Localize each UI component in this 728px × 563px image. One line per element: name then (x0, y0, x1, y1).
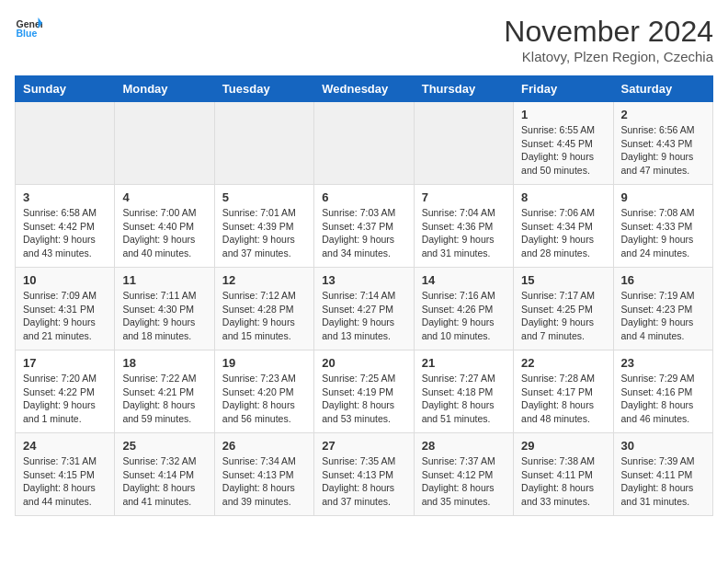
day-number: 2 (621, 108, 705, 121)
day-header-sunday: Sunday (16, 76, 115, 102)
day-info: Sunrise: 7:25 AM Sunset: 4:19 PM Dayligh… (322, 372, 405, 426)
calendar-cell: 6Sunrise: 7:03 AM Sunset: 4:37 PM Daylig… (314, 185, 414, 268)
day-info: Sunrise: 7:32 AM Sunset: 4:14 PM Dayligh… (122, 454, 206, 509)
calendar-cell: 15Sunrise: 7:17 AM Sunset: 4:25 PM Dayli… (514, 268, 613, 350)
day-info: Sunrise: 7:09 AM Sunset: 4:31 PM Dayligh… (23, 289, 107, 343)
day-number: 25 (122, 439, 206, 453)
day-info: Sunrise: 6:56 AM Sunset: 4:43 PM Dayligh… (621, 123, 705, 178)
day-number: 5 (222, 190, 306, 204)
day-number: 23 (621, 356, 705, 370)
calendar-cell (414, 102, 513, 185)
day-info: Sunrise: 6:58 AM Sunset: 4:42 PM Dayligh… (23, 206, 107, 260)
day-info: Sunrise: 7:20 AM Sunset: 4:22 PM Dayligh… (23, 372, 107, 426)
calendar-cell: 29Sunrise: 7:38 AM Sunset: 4:11 PM Dayli… (514, 433, 613, 516)
day-number: 15 (521, 273, 605, 287)
calendar-cell: 11Sunrise: 7:11 AM Sunset: 4:30 PM Dayli… (115, 268, 214, 350)
calendar-cell: 5Sunrise: 7:01 AM Sunset: 4:39 PM Daylig… (214, 185, 313, 268)
calendar-cell: 22Sunrise: 7:28 AM Sunset: 4:17 PM Dayli… (514, 350, 613, 433)
day-number: 20 (322, 356, 405, 370)
day-number: 27 (322, 439, 405, 453)
logo-icon: General Blue (15, 15, 42, 42)
day-info: Sunrise: 7:16 AM Sunset: 4:26 PM Dayligh… (422, 289, 506, 343)
day-info: Sunrise: 7:04 AM Sunset: 4:36 PM Dayligh… (422, 206, 506, 260)
calendar-cell: 24Sunrise: 7:31 AM Sunset: 4:15 PM Dayli… (16, 433, 115, 516)
day-info: Sunrise: 7:00 AM Sunset: 4:40 PM Dayligh… (122, 206, 206, 260)
svg-text:Blue: Blue (17, 28, 38, 39)
day-number: 12 (222, 273, 306, 287)
calendar-cell: 10Sunrise: 7:09 AM Sunset: 4:31 PM Dayli… (16, 268, 115, 350)
calendar-week-2: 10Sunrise: 7:09 AM Sunset: 4:31 PM Dayli… (16, 268, 713, 350)
calendar-table: SundayMondayTuesdayWednesdayThursdayFrid… (15, 75, 713, 516)
day-number: 24 (23, 439, 107, 453)
day-number: 18 (122, 356, 206, 370)
location-subtitle: Klatovy, Plzen Region, Czechia (504, 49, 713, 64)
month-title: November 2024 (504, 15, 713, 49)
calendar-cell: 19Sunrise: 7:23 AM Sunset: 4:20 PM Dayli… (214, 350, 313, 433)
calendar-week-4: 24Sunrise: 7:31 AM Sunset: 4:15 PM Dayli… (16, 433, 713, 516)
calendar-week-3: 17Sunrise: 7:20 AM Sunset: 4:22 PM Dayli… (16, 350, 713, 433)
day-info: Sunrise: 7:34 AM Sunset: 4:13 PM Dayligh… (222, 454, 306, 509)
day-number: 30 (621, 439, 705, 453)
day-info: Sunrise: 7:39 AM Sunset: 4:11 PM Dayligh… (621, 454, 705, 509)
day-info: Sunrise: 7:27 AM Sunset: 4:18 PM Dayligh… (422, 372, 506, 426)
calendar-cell: 8Sunrise: 7:06 AM Sunset: 4:34 PM Daylig… (514, 185, 613, 268)
calendar-cell: 20Sunrise: 7:25 AM Sunset: 4:19 PM Dayli… (314, 350, 414, 433)
day-info: Sunrise: 7:06 AM Sunset: 4:34 PM Dayligh… (521, 206, 605, 260)
calendar-cell: 16Sunrise: 7:19 AM Sunset: 4:23 PM Dayli… (613, 268, 712, 350)
day-info: Sunrise: 7:37 AM Sunset: 4:12 PM Dayligh… (422, 454, 506, 509)
calendar-week-1: 3Sunrise: 6:58 AM Sunset: 4:42 PM Daylig… (16, 185, 713, 268)
day-info: Sunrise: 7:01 AM Sunset: 4:39 PM Dayligh… (222, 206, 306, 260)
day-info: Sunrise: 7:23 AM Sunset: 4:20 PM Dayligh… (222, 372, 306, 426)
calendar-cell: 2Sunrise: 6:56 AM Sunset: 4:43 PM Daylig… (613, 102, 712, 185)
calendar-cell: 26Sunrise: 7:34 AM Sunset: 4:13 PM Dayli… (214, 433, 313, 516)
calendar-cell: 14Sunrise: 7:16 AM Sunset: 4:26 PM Dayli… (414, 268, 513, 350)
header: General Blue November 2024 Klatovy, Plze… (15, 15, 713, 64)
day-info: Sunrise: 7:03 AM Sunset: 4:37 PM Dayligh… (322, 206, 405, 260)
day-header-tuesday: Tuesday (214, 76, 313, 102)
day-header-thursday: Thursday (414, 76, 513, 102)
calendar-header-row: SundayMondayTuesdayWednesdayThursdayFrid… (16, 76, 713, 102)
day-header-saturday: Saturday (613, 76, 712, 102)
day-number: 29 (521, 439, 605, 453)
calendar-cell: 13Sunrise: 7:14 AM Sunset: 4:27 PM Dayli… (314, 268, 414, 350)
day-info: Sunrise: 7:11 AM Sunset: 4:30 PM Dayligh… (122, 289, 206, 343)
calendar-cell: 1Sunrise: 6:55 AM Sunset: 4:45 PM Daylig… (514, 102, 613, 185)
calendar-cell: 17Sunrise: 7:20 AM Sunset: 4:22 PM Dayli… (16, 350, 115, 433)
day-number: 1 (521, 108, 605, 121)
calendar-cell (115, 102, 214, 185)
calendar-week-0: 1Sunrise: 6:55 AM Sunset: 4:45 PM Daylig… (16, 102, 713, 185)
calendar-cell (314, 102, 414, 185)
calendar-cell: 27Sunrise: 7:35 AM Sunset: 4:13 PM Dayli… (314, 433, 414, 516)
day-number: 10 (23, 273, 107, 287)
day-header-monday: Monday (115, 76, 214, 102)
day-number: 28 (422, 439, 506, 453)
day-info: Sunrise: 7:28 AM Sunset: 4:17 PM Dayligh… (521, 372, 605, 426)
day-header-friday: Friday (514, 76, 613, 102)
day-number: 6 (322, 190, 405, 204)
day-number: 13 (322, 273, 405, 287)
day-number: 9 (621, 190, 705, 204)
title-area: November 2024 Klatovy, Plzen Region, Cze… (504, 15, 713, 64)
day-info: Sunrise: 7:38 AM Sunset: 4:11 PM Dayligh… (521, 454, 605, 509)
day-info: Sunrise: 7:12 AM Sunset: 4:28 PM Dayligh… (222, 289, 306, 343)
day-info: Sunrise: 6:55 AM Sunset: 4:45 PM Dayligh… (521, 123, 605, 178)
day-header-wednesday: Wednesday (314, 76, 414, 102)
calendar-cell (16, 102, 115, 185)
day-info: Sunrise: 7:35 AM Sunset: 4:13 PM Dayligh… (322, 454, 405, 509)
calendar-cell: 21Sunrise: 7:27 AM Sunset: 4:18 PM Dayli… (414, 350, 513, 433)
day-number: 11 (122, 273, 206, 287)
day-number: 16 (621, 273, 705, 287)
day-number: 4 (122, 190, 206, 204)
day-info: Sunrise: 7:22 AM Sunset: 4:21 PM Dayligh… (122, 372, 206, 426)
calendar-cell: 9Sunrise: 7:08 AM Sunset: 4:33 PM Daylig… (613, 185, 712, 268)
day-number: 22 (521, 356, 605, 370)
day-info: Sunrise: 7:17 AM Sunset: 4:25 PM Dayligh… (521, 289, 605, 343)
day-number: 3 (23, 190, 107, 204)
day-info: Sunrise: 7:29 AM Sunset: 4:16 PM Dayligh… (621, 372, 705, 426)
calendar-cell (214, 102, 313, 185)
day-number: 8 (521, 190, 605, 204)
calendar-cell: 3Sunrise: 6:58 AM Sunset: 4:42 PM Daylig… (16, 185, 115, 268)
calendar-cell: 12Sunrise: 7:12 AM Sunset: 4:28 PM Dayli… (214, 268, 313, 350)
logo: General Blue (15, 15, 42, 42)
day-info: Sunrise: 7:08 AM Sunset: 4:33 PM Dayligh… (621, 206, 705, 260)
